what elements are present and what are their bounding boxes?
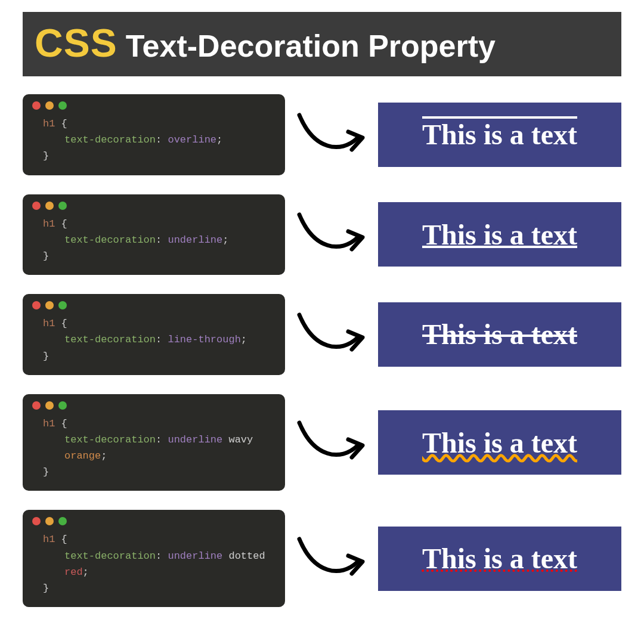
window-controls [32,202,275,210]
code-property: text-decoration [64,550,156,562]
code-snippet: h1 {text-decoration: overline;} [23,94,285,175]
code-property: text-decoration [64,234,156,246]
output-preview: This is a text [378,527,621,591]
code-line: h1 { [32,315,275,332]
arrow-wrap [296,208,367,261]
arrow-icon [296,208,367,261]
output-text: This is a text [422,118,577,151]
code-selector: h1 [43,418,55,429]
code-value-token: dotted [228,550,265,562]
example-row: h1 {text-decoration: overline;} This is … [23,94,621,175]
output-preview: This is a text [378,302,621,367]
code-line: text-decoration: underline wavy orange; [32,432,275,464]
code-line: } [32,464,275,480]
green-dot-icon [58,101,67,110]
window-controls [32,101,275,110]
code-selector: h1 [43,118,55,129]
red-dot-icon [32,301,41,309]
code-value-token: red [64,566,83,578]
code-selector: h1 [43,534,55,545]
code-brace: } [43,583,49,594]
code-brace: { [61,118,67,129]
code-value-token: line-through [168,334,240,345]
yellow-dot-icon [45,401,54,410]
output-preview: This is a text [378,103,621,167]
code-line: text-decoration: line-through; [32,332,275,348]
code-line: h1 { [32,116,275,132]
code-brace: } [43,250,49,262]
code-line: } [32,348,275,364]
code-line: h1 { [32,531,275,547]
code-value-token: underline [168,434,222,445]
code-line: h1 { [32,216,275,232]
code-line: h1 { [32,416,275,432]
examples-list: h1 {text-decoration: overline;} This is … [23,94,621,607]
code-property: text-decoration [64,134,156,145]
title-rest: Text-Decoration Property [126,28,496,64]
page-title-bar: CSS Text-Decoration Property [23,12,621,76]
code-line: } [32,580,275,596]
red-dot-icon [32,401,41,410]
green-dot-icon [58,517,67,525]
code-line: text-decoration: underline; [32,232,275,248]
yellow-dot-icon [45,202,54,210]
code-brace: } [43,466,49,478]
code-selector: h1 [43,318,55,329]
window-controls [32,401,275,410]
code-value-token: overline [168,134,216,145]
red-dot-icon [32,101,41,110]
code-selector: h1 [43,218,55,230]
code-brace: { [61,534,67,545]
code-property: text-decoration [64,434,156,445]
output-text: This is a text [422,218,577,251]
green-dot-icon [58,301,67,309]
arrow-wrap [296,308,367,361]
code-value-token: underline [168,550,222,562]
output-preview: This is a text [378,410,621,475]
code-property: text-decoration [64,334,156,345]
code-line: } [32,148,275,164]
window-controls [32,517,275,525]
code-line: text-decoration: overline; [32,132,275,148]
code-brace: { [61,318,67,329]
output-text: This is a text [422,318,577,351]
code-brace: } [43,150,49,162]
yellow-dot-icon [45,517,54,525]
output-text: This is a text [422,542,577,575]
code-snippet: h1 {text-decoration: underline dotted re… [23,510,285,607]
title-css-word: CSS [35,20,117,66]
arrow-icon [296,108,367,162]
output-preview: This is a text [378,202,621,267]
yellow-dot-icon [45,101,54,110]
code-value-token: orange [64,450,101,462]
arrow-icon [296,308,367,361]
arrow-wrap [296,108,367,162]
code-brace: { [61,218,67,230]
code-snippet: h1 {text-decoration: underline;} [23,194,285,275]
example-row: h1 {text-decoration: line-through;} This… [23,294,621,375]
arrow-icon [296,416,367,469]
code-snippet: h1 {text-decoration: line-through;} [23,294,285,375]
code-line: } [32,248,275,264]
example-row: h1 {text-decoration: underline wavy oran… [23,394,621,491]
red-dot-icon [32,202,41,210]
code-line: text-decoration: underline dotted red; [32,548,275,580]
green-dot-icon [58,401,67,410]
code-brace: } [43,351,49,362]
yellow-dot-icon [45,301,54,309]
green-dot-icon [58,202,67,210]
code-value-token: underline [168,234,222,246]
code-value-token: wavy [228,434,253,445]
arrow-icon [296,532,367,586]
arrow-wrap [296,532,367,586]
example-row: h1 {text-decoration: underline dotted re… [23,510,621,607]
example-row: h1 {text-decoration: underline;} This is… [23,194,621,275]
window-controls [32,301,275,309]
output-text: This is a text [422,426,577,459]
red-dot-icon [32,517,41,525]
arrow-wrap [296,416,367,469]
code-snippet: h1 {text-decoration: underline wavy oran… [23,394,285,491]
code-brace: { [61,418,67,429]
